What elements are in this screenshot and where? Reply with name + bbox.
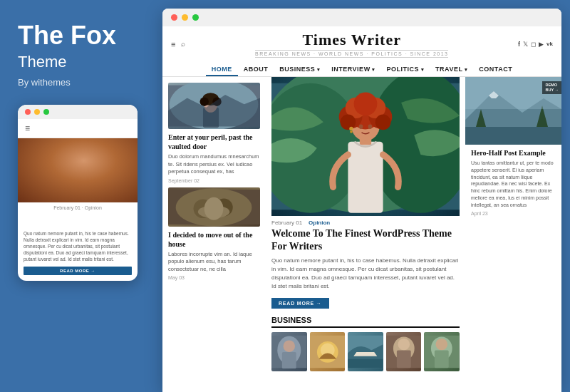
left-article2-text: Labores incorrupte vim an. Id iaque popu…: [168, 251, 260, 274]
brand-title: The Fox: [18, 21, 139, 50]
mobile-read-more-button[interactable]: READ MORE →: [24, 267, 132, 275]
hero-date: February 01: [271, 220, 302, 226]
right-article-text: Usu tantas omittantur ut, per te modo ap…: [465, 160, 561, 209]
svg-point-48: [284, 341, 296, 353]
business-thumb-4: [386, 332, 422, 371]
browser-dot-red: [171, 14, 177, 21]
svg-rect-49: [282, 352, 296, 368]
hero-article-meta: February 01 Opinion: [271, 220, 460, 226]
hamburger-icon: ≡: [25, 123, 30, 133]
instagram-icon[interactable]: ◻: [531, 41, 536, 48]
svg-point-4: [68, 161, 88, 184]
business-section-label: BUSINESS: [271, 316, 460, 328]
svg-point-13: [66, 175, 69, 177]
mobile-hero-image: [18, 138, 138, 202]
left-article2-date: May 03: [168, 275, 260, 280]
svg-point-12: [80, 172, 83, 175]
browser-dot-green: [192, 14, 199, 21]
site-header-top: ≡ ⌕ Times Writer BREAKING NEWS · WORLD N…: [162, 31, 561, 61]
facebook-icon[interactable]: f: [518, 41, 520, 48]
left-article-date: September 02: [168, 178, 260, 183]
nav-item-travel[interactable]: TRAVEL: [430, 63, 473, 76]
svg-rect-61: [435, 351, 449, 368]
left-article-image: [168, 83, 260, 129]
svg-point-5: [63, 154, 92, 174]
brand-author: By withemes: [18, 77, 139, 88]
header-hamburger-icon[interactable]: ≡: [171, 40, 175, 48]
svg-point-6: [61, 160, 75, 174]
mobile-dot-yellow: [34, 109, 40, 115]
nav-item-about[interactable]: ABOUT: [238, 63, 274, 76]
svg-rect-31: [348, 142, 383, 213]
middle-column: February 01 Opinion Welcome To The Fines…: [266, 77, 465, 392]
mobile-dot-red: [25, 109, 31, 115]
mobile-hero-person: [18, 138, 138, 202]
brand-subtitle: Theme: [18, 53, 139, 71]
svg-point-1: [21, 138, 135, 202]
browser-dot-yellow: [182, 14, 188, 21]
mobile-dot-green: [43, 109, 49, 115]
left-article-text: Duo dolorum mandumus mnesarchum te. Sit …: [168, 153, 260, 176]
nav-item-home[interactable]: HOME: [206, 63, 238, 76]
business-thumb-2: [310, 332, 346, 371]
site-tagline: BREAKING NEWS · WORLD NEWS · POLITICS · …: [255, 50, 448, 58]
mobile-search-icon: ⌕: [126, 124, 130, 132]
mobile-mockup: ≡ Times Writer ⌕: [18, 105, 138, 282]
hero-article-text: Quo natum nemore putant in, his to case …: [271, 257, 460, 291]
svg-point-11: [73, 172, 76, 175]
business-section: BUSINESS: [271, 316, 460, 371]
svg-point-8: [66, 153, 78, 166]
business-thumb-1: [271, 332, 307, 371]
nav-item-contact[interactable]: CONTACT: [473, 63, 518, 76]
header-icons-left: ≡ ⌕: [171, 40, 185, 48]
header-title-block: Times Writer BREAKING NEWS · WORLD NEWS …: [255, 31, 448, 58]
nav-item-business[interactable]: BUSINESS: [274, 63, 326, 76]
mobile-article-text: Quo natum nemore putant in, his te case …: [18, 230, 138, 267]
youtube-icon[interactable]: ▶: [539, 41, 544, 48]
vk-icon[interactable]: vk: [546, 41, 553, 48]
right-hero-image: DEMO BUY →: [465, 77, 561, 145]
site-content: ≡ ⌕ Times Writer BREAKING NEWS · WORLD N…: [162, 26, 561, 392]
site-header: ≡ ⌕ Times Writer BREAKING NEWS · WORLD N…: [162, 26, 561, 77]
svg-rect-3: [66, 177, 89, 202]
site-nav: HOME ABOUT BUSINESS INTERVIEW POLITICS T…: [162, 61, 561, 76]
svg-point-10: [71, 150, 85, 165]
right-column: DEMO BUY → Hero-Half Post Example Usu ta…: [465, 77, 561, 392]
mobile-article-meta: February 01 · Opinion: [18, 202, 138, 212]
demo-badge[interactable]: DEMO BUY →: [542, 81, 561, 94]
site-title: Times Writer: [255, 31, 448, 49]
hero-category: Opinion: [309, 220, 330, 226]
svg-point-45: [350, 130, 353, 133]
left-column: Enter at your peril, past the vaulted do…: [162, 77, 266, 392]
browser-window: ≡ ⌕ Times Writer BREAKING NEWS · WORLD N…: [162, 9, 561, 392]
svg-point-19: [200, 97, 208, 105]
svg-point-56: [398, 339, 410, 351]
svg-point-39: [354, 92, 378, 115]
mobile-article-title: Welcome To The Finest WordPress Theme Fo…: [18, 212, 138, 230]
svg-point-40: [340, 114, 356, 130]
svg-rect-0: [18, 138, 138, 202]
hero-read-more-button[interactable]: READ MORE →: [271, 298, 329, 309]
svg-point-7: [81, 160, 95, 174]
svg-point-26: [204, 197, 224, 220]
twitter-icon[interactable]: 𝕏: [523, 41, 528, 48]
header-search-icon[interactable]: ⌕: [181, 40, 185, 48]
mobile-top-bar: [18, 105, 138, 119]
left-article-title: Enter at your peril, past the vaulted do…: [168, 133, 260, 151]
nav-item-interview[interactable]: INTERVIEW: [326, 63, 380, 76]
hero-article-title: Welcome To The Finest WordPress Theme Fo…: [271, 227, 460, 253]
svg-point-41: [375, 114, 391, 130]
main-content: Enter at your peril, past the vaulted do…: [162, 77, 561, 392]
right-article-date: April 23: [465, 211, 561, 216]
left-article2-image: [168, 187, 260, 227]
svg-point-2: [58, 195, 98, 202]
mobile-site-title: Times Writer: [56, 124, 100, 133]
svg-point-60: [436, 339, 448, 351]
mobile-nav-bar: ≡ Times Writer ⌕: [18, 119, 138, 138]
svg-point-44: [349, 127, 353, 130]
business-grid: [271, 332, 460, 371]
left-article2-title: I decided to move out of the house: [168, 230, 260, 249]
hero-article-image: [271, 77, 460, 216]
header-social-icons: f 𝕏 ◻ ▶ vk: [518, 41, 553, 48]
nav-item-politics[interactable]: POLITICS: [381, 63, 430, 76]
